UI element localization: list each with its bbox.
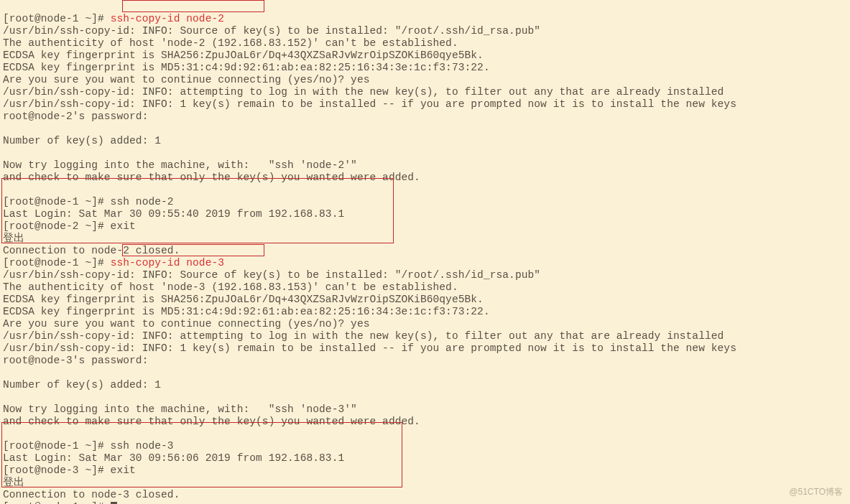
highlight-box-ssh-session-node3: [1, 422, 402, 487]
output-line: Connection to node-3 closed.: [3, 489, 180, 500]
output-line: Are you sure you want to continue connec…: [3, 318, 369, 330]
output-line: The authenticity of host 'node-2 (192.16…: [3, 37, 458, 49]
highlight-box-cmd-node3: [122, 244, 264, 256]
output-line: /usr/bin/ssh-copy-id: INFO: Source of ke…: [3, 269, 540, 281]
output-line: /usr/bin/ssh-copy-id: INFO: 1 key(s) rem…: [3, 342, 736, 354]
output-line: ECDSA key fingerprint is SHA256:ZpuJOaL6…: [3, 294, 484, 305]
output-line: ECDSA key fingerprint is SHA256:ZpuJOaL6…: [3, 50, 484, 61]
output-line: root@node-2's password:: [3, 111, 154, 122]
output-line: Are you sure you want to continue connec…: [3, 74, 369, 85]
output-line: /usr/bin/ssh-copy-id: INFO: attempting t…: [3, 330, 724, 342]
output-line: Now try logging into the machine, with: …: [3, 403, 357, 415]
highlight-box-cmd-node2: [122, 0, 264, 12]
output-line: Number of key(s) added: 1: [3, 135, 161, 146]
output-line: Number of key(s) added: 1: [3, 379, 161, 391]
highlight-box-ssh-session-node2: [1, 178, 394, 243]
output-line: root@node-3's password:: [3, 355, 154, 366]
cmd-ssh-copy-id-node2: ssh-copy-id node-2: [111, 13, 224, 24]
output-line: /usr/bin/ssh-copy-id: INFO: 1 key(s) rem…: [3, 98, 736, 110]
output-line: ECDSA key fingerprint is MD5:31:c4:9d:92…: [3, 62, 490, 73]
output-line: Now try logging into the machine, with: …: [3, 159, 357, 171]
watermark-text: @51CTO博客: [789, 486, 843, 498]
output-line: ECDSA key fingerprint is MD5:31:c4:9d:92…: [3, 306, 490, 317]
cmd-ssh-copy-id-node3: ssh-copy-id node-3: [111, 257, 224, 269]
prompt-node1-final: [root@node-1 ~]#: [3, 501, 111, 504]
output-line: The authenticity of host 'node-3 (192.16…: [3, 281, 458, 293]
prompt-node1-1: [root@node-1 ~]#: [3, 13, 111, 24]
prompt-node1-2: [root@node-1 ~]#: [3, 257, 111, 269]
output-line: /usr/bin/ssh-copy-id: INFO: Source of ke…: [3, 25, 540, 37]
output-line: /usr/bin/ssh-copy-id: INFO: attempting t…: [3, 86, 724, 98]
